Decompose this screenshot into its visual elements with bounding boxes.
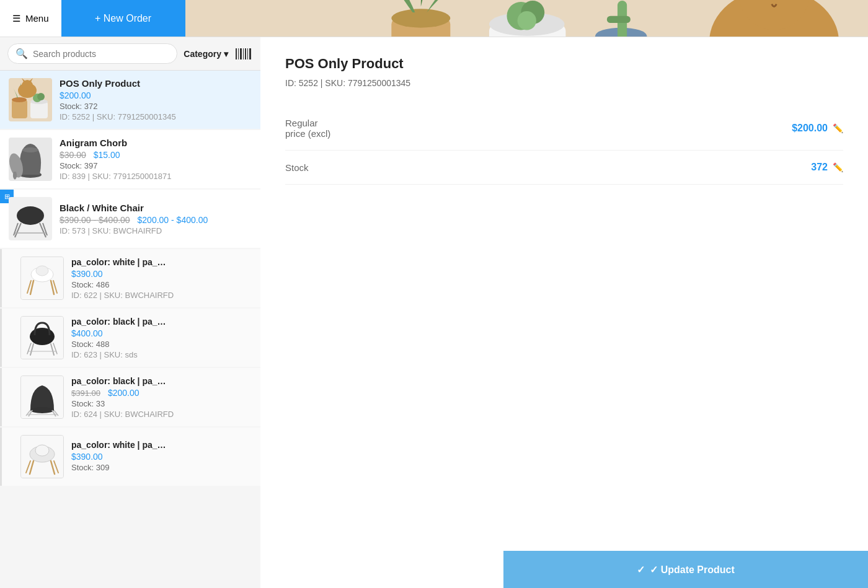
variant-price-row: $391.00 $200.00 [71,388,252,398]
edit-stock-icon[interactable]: ✏️ [833,162,843,172]
update-label: ✓ Update Product [650,564,735,576]
variant-item[interactable]: pa_color: black | pa_… $400.00 Stock: 48… [0,309,260,367]
svg-point-65 [30,407,54,413]
search-icon: 🔍 [16,48,28,59]
variant-thumbnail [20,375,64,419]
svg-point-36 [22,80,33,91]
search-bar: 🔍 Category ▾ [0,37,260,71]
svg-point-30 [12,97,27,102]
variant-thumbnail [20,316,64,359]
svg-rect-27 [249,48,251,59]
product-detail-title: POS Only Product [285,56,843,72]
variant-stock: Stock: 488 [71,340,252,349]
svg-rect-31 [30,102,48,118]
category-label: Category [184,49,221,59]
variant-name: pa_color: black | pa_… [71,376,252,386]
svg-rect-21 [236,48,237,59]
product-sku: ID: 573 | SKU: BWCHAIRFD [60,226,252,235]
right-panel: POS Only Product ID: 5252 | SKU: 7791250… [260,37,868,588]
product-thumbnail [9,138,52,181]
variant-stock: Stock: 486 [71,280,252,289]
svg-rect-23 [240,48,242,59]
svg-point-3 [391,9,450,27]
variant-info: pa_color: black | pa_… $391.00 $200.00 S… [71,376,252,419]
product-item[interactable]: ⊞ Black / W [0,190,260,248]
variant-thumbnail [20,435,64,478]
product-thumbnail [9,78,52,121]
chevron-down-icon: ▾ [224,49,228,59]
product-price: $15.00 [94,150,120,160]
svg-point-58 [30,328,55,345]
product-name: Black / White Chair [60,203,252,213]
svg-rect-29 [12,100,27,118]
svg-point-34 [37,93,45,100]
product-item[interactable]: POS Only Product $200.00 Stock: 372 ID: … [0,71,260,129]
product-detail-meta: ID: 5252 | SKU: 7791250001345 [285,78,843,88]
product-list: POS Only Product $200.00 Stock: 372 ID: … [0,71,260,588]
svg-point-52 [36,266,48,276]
svg-point-41 [22,147,38,152]
detail-value-price: $200.00 ✏️ [792,123,843,134]
detail-value-stock: 372 ✏️ [811,162,843,173]
variant-item[interactable]: pa_color: white | pa_… $390.00 Stock: 30… [0,428,260,486]
product-sku: ID: 839 | SKU: 7791250001871 [60,172,252,181]
product-price-row: $390.00 - $400.00 $200.00 - $400.00 [60,215,252,225]
variant-price: $400.00 [71,328,252,338]
variant-item[interactable]: pa_color: white | pa_… $390.00 Stock: 48… [0,249,260,307]
update-product-button[interactable]: ✓ ✓ Update Product [503,551,868,588]
svg-point-9 [517,11,536,30]
barcode-icon[interactable] [234,46,253,61]
product-name: Anigram Chorb [60,138,252,148]
hamburger-icon: ☰ [12,13,20,24]
variant-stock: Stock: 33 [71,399,252,408]
product-item[interactable]: Anigram Chorb $30.00 $15.00 Stock: 397 I… [0,130,260,188]
price-strikethrough: $390.00 - $400.00 [60,215,130,225]
new-order-button[interactable]: + New Order [61,0,185,37]
product-info: Black / White Chair $390.00 - $400.00 $2… [60,203,252,235]
price-value: $200.00 [792,123,828,134]
search-input[interactable] [33,49,169,59]
svg-rect-22 [238,48,239,59]
category-button[interactable]: Category ▾ [184,49,228,59]
variant-info: pa_color: black | pa_… $400.00 Stock: 48… [71,317,252,359]
svg-rect-14 [606,16,630,23]
detail-label-price: Regularprice (excl) [285,118,330,139]
product-price: $200.00 - $400.00 [138,215,208,225]
price-strikethrough: $391.00 [71,388,100,398]
detail-row-price: Regularprice (excl) $200.00 ✏️ [285,107,843,151]
variant-thumbnail [20,257,64,300]
price-strikethrough: $30.00 [60,150,86,160]
product-info: Anigram Chorb $30.00 $15.00 Stock: 397 I… [60,138,252,181]
product-price-row: $30.00 $15.00 [60,150,252,160]
product-info: POS Only Product $200.00 Stock: 372 ID: … [60,78,252,121]
variant-info: pa_color: white | pa_… $390.00 Stock: 48… [71,257,252,300]
menu-button[interactable]: ☰ Menu [0,0,61,37]
new-order-label: + New Order [95,13,151,24]
variant-name: pa_color: white | pa_… [71,440,252,450]
variant-sku: ID: 623 | SKU: sds [71,350,252,359]
detail-row-stock: Stock 372 ✏️ [285,151,843,185]
update-checkmark-icon: ✓ [637,564,645,576]
header-image [185,0,868,37]
variant-item[interactable]: pa_color: black | pa_… $391.00 $200.00 S… [0,368,260,426]
variant-price: $390.00 [71,452,252,462]
svg-point-73 [35,445,49,456]
svg-point-44 [17,206,44,225]
variant-info: pa_color: white | pa_… $390.00 Stock: 30… [71,440,252,473]
product-name: POS Only Product [60,78,252,89]
stock-value: 372 [811,162,828,173]
variant-sku: ID: 622 | SKU: BWCHAIRFD [71,291,252,300]
search-input-wrap[interactable]: 🔍 [7,43,177,64]
detail-label-stock: Stock [285,162,309,173]
variant-sku: ID: 624 | SKU: BWCHAIRFD [71,410,252,419]
svg-rect-26 [247,48,248,59]
header-image-placeholder [185,0,868,37]
variant-price: $390.00 [71,269,252,279]
variant-name: pa_color: white | pa_… [71,257,252,267]
variant-price: $200.00 [108,388,140,398]
svg-rect-24 [243,48,244,59]
product-stock: Stock: 397 [60,161,252,170]
left-panel: 🔍 Category ▾ [0,37,260,588]
edit-price-icon[interactable]: ✏️ [833,123,843,133]
product-stock: Stock: 372 [60,102,252,111]
